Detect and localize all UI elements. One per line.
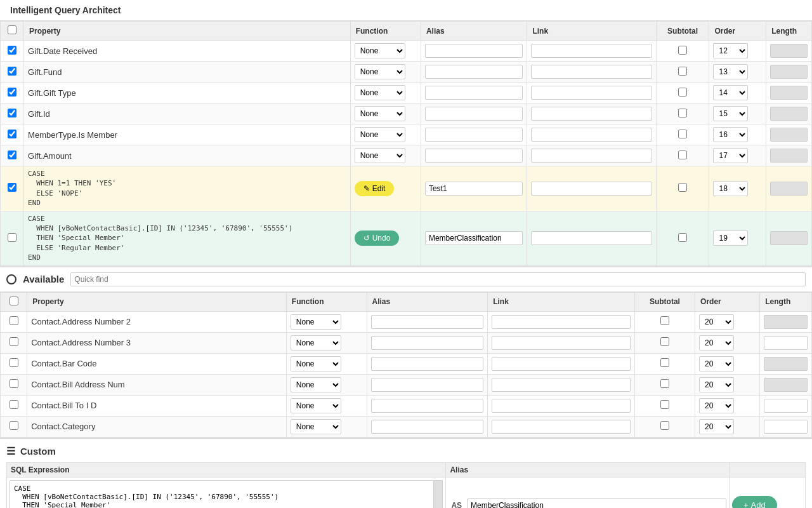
avail-subtotal-checkbox[interactable] xyxy=(660,379,669,388)
order-select[interactable]: 1234567891011121314151617181920 xyxy=(699,398,734,413)
avail-row-checkbox[interactable] xyxy=(10,358,18,367)
subtotal-checkbox[interactable] xyxy=(678,183,687,192)
avail-link-input[interactable] xyxy=(492,315,631,329)
alias-input[interactable] xyxy=(425,149,523,163)
row-checkbox[interactable] xyxy=(8,150,16,159)
link-input[interactable] xyxy=(531,149,652,163)
order-select[interactable]: 1234567891011121314151617181920 xyxy=(713,64,748,79)
order-select[interactable]: 1234567891011121314151617181920 xyxy=(699,356,734,371)
select-all-selected[interactable] xyxy=(8,25,16,34)
avail-alias-input[interactable] xyxy=(371,357,484,371)
avail-alias-input[interactable] xyxy=(371,336,484,350)
avail-link-input[interactable] xyxy=(492,399,631,413)
order-select[interactable]: 1234567891011121314151617181920 xyxy=(713,106,748,121)
avail-subtotal-checkbox[interactable] xyxy=(660,358,669,367)
order-select[interactable]: 1234567891011121314151617181920 xyxy=(699,419,734,434)
length-input xyxy=(770,149,808,163)
add-button[interactable]: + Add xyxy=(732,496,777,508)
row-checkbox[interactable] xyxy=(8,109,16,117)
length-input xyxy=(770,107,808,121)
function-select[interactable]: NoneSumCountMaxMinAvg xyxy=(355,148,405,163)
avail-function-select[interactable]: NoneSumCountMaxMinAvg xyxy=(291,356,341,371)
avail-row-checkbox[interactable] xyxy=(10,316,18,325)
alias-input[interactable] xyxy=(425,86,523,100)
avail-function-select[interactable]: NoneSumCountMaxMinAvg xyxy=(291,314,341,330)
link-input[interactable] xyxy=(531,128,652,142)
alias-input[interactable] xyxy=(425,65,523,79)
subtotal-checkbox[interactable] xyxy=(678,150,687,159)
avail-row-checkbox[interactable] xyxy=(10,421,18,430)
avail-function-select[interactable]: NoneSumCountMaxMinAvg xyxy=(291,377,341,392)
subtotal-checkbox[interactable] xyxy=(678,233,687,242)
link-input[interactable] xyxy=(531,231,652,245)
row-checkbox[interactable] xyxy=(8,130,16,138)
avail-row-checkbox[interactable] xyxy=(10,400,18,409)
subtotal-checkbox[interactable] xyxy=(678,88,687,97)
avail-link-input[interactable] xyxy=(492,357,631,371)
avail-subtotal-checkbox[interactable] xyxy=(660,316,669,325)
quick-find-input[interactable] xyxy=(70,272,806,286)
avail-subtotal-checkbox[interactable] xyxy=(660,421,669,430)
avail-link-input[interactable] xyxy=(492,420,631,434)
avail-subtotal-checkbox[interactable] xyxy=(660,400,669,409)
alias-input[interactable] xyxy=(425,231,523,245)
subtotal-checkbox[interactable] xyxy=(678,109,687,117)
function-select[interactable]: NoneSumCountMaxMinAvg xyxy=(355,43,405,58)
avail-alias-input[interactable] xyxy=(371,399,484,413)
avail-link-input[interactable] xyxy=(492,378,631,392)
avail-function-select[interactable]: NoneSumCountMaxMinAvg xyxy=(291,398,341,413)
sql-expression-input[interactable] xyxy=(10,480,434,508)
order-select[interactable]: 1234567891011121314151617181920 xyxy=(713,148,748,163)
subtotal-checkbox[interactable] xyxy=(678,67,687,76)
sql-scrollbar[interactable] xyxy=(434,480,443,508)
order-select[interactable]: 1234567891011121314151617181920 xyxy=(713,43,748,58)
avail-link-input[interactable] xyxy=(492,336,631,350)
order-select[interactable]: 1234567891011121314151617181920 xyxy=(713,127,748,142)
order-select[interactable]: 1234567891011121314151617181920 xyxy=(699,335,734,351)
row-checkbox[interactable] xyxy=(8,67,16,76)
order-select[interactable]: 1234567891011121314151617181920 xyxy=(699,314,734,330)
link-input[interactable] xyxy=(531,107,652,121)
subtotal-checkbox[interactable] xyxy=(678,46,687,55)
col-header-alias: Alias xyxy=(421,22,527,41)
avail-function-select[interactable]: NoneSumCountMaxMinAvg xyxy=(291,419,341,434)
edit-button[interactable]: ✎ Edit xyxy=(355,181,395,196)
function-select[interactable]: NoneSumCountMaxMinAvg xyxy=(355,127,405,142)
custom-alias-input[interactable] xyxy=(467,498,726,508)
link-input[interactable] xyxy=(531,86,652,100)
alias-input[interactable] xyxy=(425,107,523,121)
order-select[interactable]: 1234567891011121314151617181920 xyxy=(713,231,748,246)
avail-col-header-length: Length xyxy=(760,292,812,311)
avail-alias-input[interactable] xyxy=(371,315,484,329)
avail-length-input[interactable] xyxy=(764,420,808,434)
alias-input[interactable] xyxy=(425,44,523,58)
undo-button[interactable]: ↺ Undo xyxy=(355,231,400,246)
function-select[interactable]: NoneSumCountMaxMinAvg xyxy=(355,106,405,121)
available-title: Available xyxy=(23,274,64,284)
function-select[interactable]: NoneSumCountMaxMinAvg xyxy=(355,85,405,100)
row-checkbox[interactable] xyxy=(8,88,16,97)
link-input[interactable] xyxy=(531,182,652,196)
order-select[interactable]: 1234567891011121314151617181920 xyxy=(713,181,748,196)
avail-row-checkbox[interactable] xyxy=(10,379,18,388)
link-input[interactable] xyxy=(531,44,652,58)
order-select[interactable]: 1234567891011121314151617181920 xyxy=(713,85,748,100)
avail-row-checkbox[interactable] xyxy=(10,337,18,346)
avail-length-input[interactable] xyxy=(764,399,808,413)
alias-input[interactable] xyxy=(425,182,523,196)
row-checkbox[interactable] xyxy=(8,183,16,192)
alias-input[interactable] xyxy=(425,128,523,142)
avail-length-input[interactable] xyxy=(764,336,808,350)
link-input[interactable] xyxy=(531,65,652,79)
avail-alias-input[interactable] xyxy=(371,420,484,434)
avail-alias-input[interactable] xyxy=(371,378,484,392)
avail-function-select[interactable]: NoneSumCountMaxMinAvg xyxy=(291,335,341,351)
avail-subtotal-checkbox[interactable] xyxy=(660,337,669,346)
function-select[interactable]: NoneSumCountMaxMinAvg xyxy=(355,64,405,79)
row-checkbox[interactable] xyxy=(8,46,16,55)
row-checkbox[interactable] xyxy=(8,233,16,242)
select-all-available[interactable] xyxy=(10,297,18,305)
subtotal-checkbox[interactable] xyxy=(678,130,687,138)
order-select[interactable]: 1234567891011121314151617181920 xyxy=(699,377,734,392)
available-radio[interactable] xyxy=(6,274,16,284)
